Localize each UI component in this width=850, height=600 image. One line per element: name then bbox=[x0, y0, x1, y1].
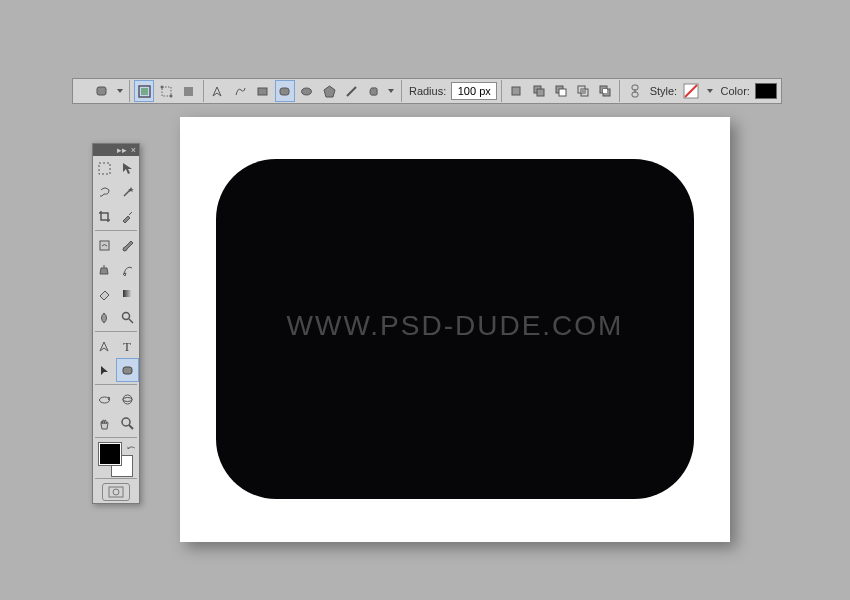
separator bbox=[401, 80, 402, 102]
svg-text:T: T bbox=[123, 339, 131, 354]
mode-paths-button[interactable] bbox=[156, 80, 176, 102]
marquee-tool[interactable] bbox=[93, 156, 116, 180]
style-dropdown[interactable] bbox=[704, 80, 715, 102]
type-tool[interactable]: T bbox=[116, 334, 139, 358]
combine-subtract-button[interactable] bbox=[551, 80, 571, 102]
svg-rect-8 bbox=[280, 88, 289, 95]
separator bbox=[501, 80, 502, 102]
color-selector: ⤺ bbox=[93, 440, 139, 476]
tool-preset-dropdown[interactable] bbox=[114, 80, 125, 102]
svg-point-32 bbox=[123, 312, 130, 319]
separator bbox=[619, 80, 620, 102]
svg-rect-35 bbox=[123, 367, 132, 374]
watermark-text: WWW.PSD-DUDE.COM bbox=[180, 310, 730, 342]
style-picker[interactable] bbox=[682, 80, 702, 102]
path-selection-tool[interactable] bbox=[93, 358, 116, 382]
svg-rect-21 bbox=[603, 89, 607, 93]
blur-tool[interactable] bbox=[93, 305, 116, 329]
svg-rect-0 bbox=[97, 87, 106, 95]
separator bbox=[95, 230, 137, 231]
dodge-tool[interactable] bbox=[116, 305, 139, 329]
lasso-tool[interactable] bbox=[93, 180, 116, 204]
tool-preset-picker[interactable] bbox=[92, 80, 112, 102]
separator bbox=[95, 478, 137, 479]
link-icon[interactable] bbox=[624, 80, 644, 102]
shape-line-button[interactable] bbox=[341, 80, 361, 102]
svg-point-5 bbox=[169, 94, 172, 97]
svg-line-28 bbox=[124, 189, 131, 196]
svg-rect-11 bbox=[512, 87, 520, 95]
magic-wand-tool[interactable] bbox=[116, 180, 139, 204]
mode-shape-layers-button[interactable] bbox=[134, 80, 154, 102]
svg-point-38 bbox=[123, 397, 132, 401]
combine-add-button[interactable] bbox=[528, 80, 548, 102]
panel-close-icon[interactable]: × bbox=[131, 145, 136, 155]
svg-line-40 bbox=[129, 425, 133, 429]
hand-tool[interactable] bbox=[93, 411, 116, 435]
zoom-tool[interactable] bbox=[116, 411, 139, 435]
svg-rect-3 bbox=[162, 87, 171, 96]
3d-orbit-tool[interactable] bbox=[116, 387, 139, 411]
tools-panel-header[interactable]: ▸▸ × bbox=[93, 144, 139, 156]
shape-options-dropdown[interactable] bbox=[386, 80, 397, 102]
svg-point-42 bbox=[113, 489, 119, 495]
separator bbox=[129, 80, 130, 102]
fill-color-swatch[interactable] bbox=[755, 83, 777, 99]
history-brush-tool[interactable] bbox=[116, 257, 139, 281]
svg-point-4 bbox=[160, 85, 163, 88]
svg-point-37 bbox=[123, 395, 132, 404]
combine-exclude-button[interactable] bbox=[595, 80, 615, 102]
svg-line-10 bbox=[347, 87, 356, 96]
gradient-tool[interactable] bbox=[116, 281, 139, 305]
color-label: Color: bbox=[718, 85, 753, 97]
foreground-color-swatch[interactable] bbox=[99, 443, 121, 465]
separator bbox=[95, 437, 137, 438]
panel-collapse-icon[interactable]: ▸▸ bbox=[117, 145, 127, 155]
freeform-pen-icon[interactable] bbox=[230, 80, 250, 102]
svg-rect-18 bbox=[581, 89, 585, 93]
clone-stamp-tool[interactable] bbox=[93, 257, 116, 281]
svg-rect-6 bbox=[184, 87, 193, 96]
shape-custom-button[interactable] bbox=[364, 80, 384, 102]
combine-new-button[interactable] bbox=[506, 80, 526, 102]
shape-polygon-button[interactable] bbox=[319, 80, 339, 102]
options-bar: Radius: Style: Color: bbox=[72, 78, 782, 104]
svg-rect-31 bbox=[123, 290, 132, 297]
separator bbox=[95, 331, 137, 332]
pen-tool[interactable] bbox=[93, 334, 116, 358]
eraser-tool[interactable] bbox=[93, 281, 116, 305]
svg-point-9 bbox=[302, 88, 312, 95]
healing-brush-tool[interactable] bbox=[93, 233, 116, 257]
shape-rounded-rectangle-button[interactable] bbox=[275, 80, 295, 102]
separator bbox=[203, 80, 204, 102]
separator bbox=[95, 384, 137, 385]
svg-rect-27 bbox=[99, 163, 110, 174]
swap-colors-icon[interactable]: ⤺ bbox=[127, 442, 135, 453]
crop-tool[interactable] bbox=[93, 204, 116, 228]
svg-rect-2 bbox=[141, 88, 148, 95]
style-label: Style: bbox=[647, 85, 681, 97]
brush-tool[interactable] bbox=[116, 233, 139, 257]
svg-point-39 bbox=[122, 418, 130, 426]
shape-ellipse-button[interactable] bbox=[297, 80, 317, 102]
combine-intersect-button[interactable] bbox=[573, 80, 593, 102]
svg-rect-7 bbox=[258, 88, 267, 95]
svg-rect-29 bbox=[100, 241, 109, 250]
svg-rect-13 bbox=[537, 89, 544, 96]
svg-line-33 bbox=[129, 319, 133, 323]
radius-label: Radius: bbox=[406, 85, 449, 97]
pen-tool-icon[interactable] bbox=[208, 80, 228, 102]
radius-input[interactable] bbox=[451, 82, 497, 100]
quick-mask-toggle[interactable] bbox=[102, 483, 130, 501]
svg-rect-15 bbox=[559, 89, 566, 96]
mode-fill-pixels-button[interactable] bbox=[179, 80, 199, 102]
tools-panel: ▸▸ × T bbox=[92, 143, 140, 504]
move-tool[interactable] bbox=[116, 156, 139, 180]
eyedropper-tool[interactable] bbox=[116, 204, 139, 228]
shape-tool[interactable] bbox=[116, 358, 139, 382]
3d-rotate-tool[interactable] bbox=[93, 387, 116, 411]
shape-rectangle-button[interactable] bbox=[252, 80, 272, 102]
